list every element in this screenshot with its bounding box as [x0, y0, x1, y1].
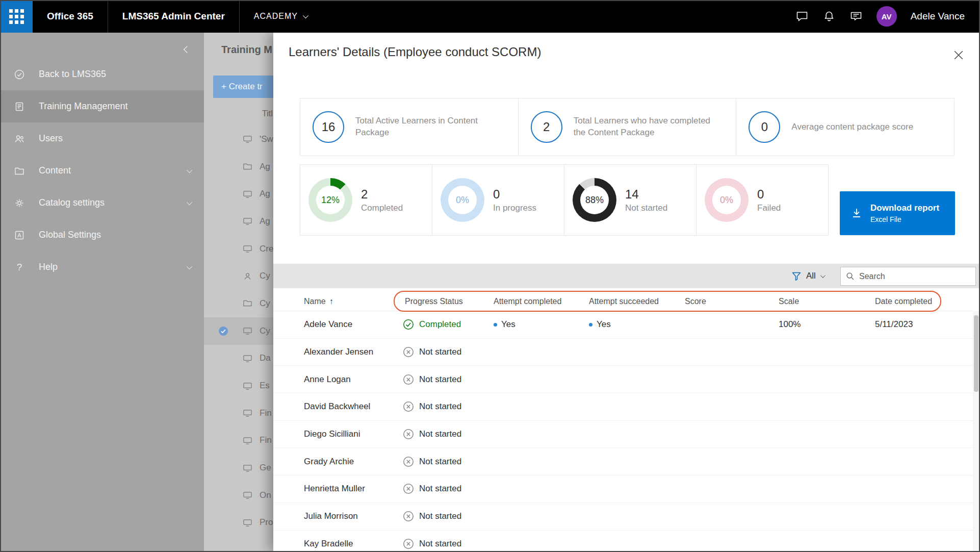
training-list-item[interactable]: Cre — [204, 235, 273, 263]
column-header-attempt-completed[interactable]: Attempt completed — [494, 297, 561, 306]
sidebar-item-back-to-lms365[interactable]: Back to LMS365 — [0, 58, 204, 90]
training-item-label: Ge — [260, 463, 271, 473]
avatar[interactable]: AV — [876, 6, 897, 27]
training-list-item[interactable]: Fin — [204, 399, 273, 427]
training-list-item[interactable]: Ag — [204, 208, 273, 235]
date-completed-value: 5/11/2023 — [875, 319, 913, 330]
training-list-item[interactable]: Ag — [204, 153, 273, 181]
user-name[interactable]: Adele Vance — [911, 11, 965, 22]
training-item-icon — [243, 216, 252, 226]
training-item-icon — [243, 298, 252, 308]
sidebar-item-help[interactable]: ? Help — [0, 251, 204, 283]
summary-value-circle: 2 — [531, 111, 562, 143]
learners-details-modal: Learners' Details (Employee conduct SCOR… — [273, 33, 980, 552]
tenant-dropdown[interactable]: ACADEMY — [240, 0, 321, 33]
table-row[interactable]: Kay Bradelle Not started — [273, 531, 973, 552]
filter-dropdown[interactable]: All — [791, 264, 824, 288]
download-report-button[interactable]: Download report Excel File — [840, 191, 955, 235]
training-list-item[interactable]: Da — [204, 345, 273, 372]
progress-status-cell: Not started — [403, 374, 461, 385]
close-icon[interactable] — [950, 47, 967, 63]
training-item-icon — [243, 381, 252, 391]
status-icon — [403, 319, 414, 330]
donut-percent: 88% — [573, 178, 616, 222]
table-row[interactable]: Anne Logan Not started — [273, 366, 973, 393]
scale-value: 100% — [779, 319, 801, 330]
donut-percent: 0% — [441, 178, 484, 222]
training-list-item[interactable]: Ag — [204, 180, 273, 208]
training-management-panel: Training M + Create tr Titl 'Sw Ag Ag Ag… — [204, 33, 273, 552]
summary-card-average-score: 0 Average content package score — [736, 98, 955, 156]
column-header-attempt-succeeded[interactable]: Attempt succeeded — [589, 297, 659, 306]
training-list-item[interactable]: On — [204, 482, 273, 509]
table-row[interactable]: Julia Morrison Not started — [273, 503, 973, 531]
notifications-bell-icon[interactable] — [822, 10, 836, 23]
create-training-button[interactable]: + Create tr — [213, 76, 273, 98]
table-row[interactable]: Diego Sicilliani Not started — [273, 421, 973, 448]
sidebar-item-training-management[interactable]: Training Management — [0, 90, 204, 122]
office-365-link[interactable]: Office 365 — [33, 0, 108, 33]
lms365-admin-center-link[interactable]: LMS365 Admin Center — [108, 0, 239, 33]
training-list-item[interactable]: Cy — [204, 317, 273, 345]
filter-funnel-icon — [791, 271, 802, 281]
tenant-label: ACADEMY — [254, 12, 298, 21]
chevron-down-icon — [187, 199, 192, 205]
panel-title: Training M — [221, 44, 272, 56]
column-header-progress-status[interactable]: Progress Status — [405, 297, 463, 306]
table-row[interactable]: Grady Archie Not started — [273, 448, 973, 475]
column-header-date-completed[interactable]: Date completed — [875, 297, 932, 306]
training-list: 'Sw Ag Ag Ag Cre Cy Cy Cy Da Es — [204, 126, 273, 536]
app-launcher-button[interactable] — [0, 0, 33, 33]
training-item-label: 'Sw — [260, 134, 273, 144]
training-item-label: Fin — [260, 408, 272, 418]
title-column-header[interactable]: Titl — [262, 109, 273, 118]
sidebar-item-label: Training Management — [39, 101, 127, 112]
sort-ascending-icon: ↑ — [329, 297, 333, 306]
attempt-succeeded-cell: Yes — [589, 319, 611, 330]
training-item-icon — [243, 436, 252, 445]
global-settings-icon: A — [13, 230, 25, 241]
bullet-dot-icon — [494, 323, 497, 327]
training-item-label: Es — [260, 381, 270, 391]
training-item-icon — [243, 326, 252, 336]
download-button-title: Download report — [870, 203, 939, 213]
training-list-item[interactable]: Ge — [204, 454, 273, 482]
table-row[interactable]: David Backwheel Not started — [273, 393, 973, 421]
table-row[interactable]: Adele Vance Completed Yes Yes 100% 5/11/… — [273, 311, 973, 339]
training-item-icon — [243, 271, 252, 281]
column-header-score[interactable]: Score — [685, 297, 706, 306]
sidebar-item-content[interactable]: Content — [0, 155, 204, 187]
summary-card-total-active: 16 Total Active Learners in Content Pack… — [300, 98, 519, 156]
training-list-item[interactable]: Fin — [204, 427, 273, 455]
column-header-name[interactable]: Name ↑ — [304, 297, 333, 306]
sidebar-item-users[interactable]: Users — [0, 122, 204, 155]
search-input[interactable] — [859, 272, 970, 281]
feedback-icon[interactable] — [849, 10, 863, 23]
sidebar-item-catalog-settings[interactable]: Catalog settings — [0, 187, 204, 219]
column-header-scale[interactable]: Scale — [779, 297, 799, 306]
scrollbar-track — [973, 311, 979, 551]
training-list-item[interactable]: Es — [204, 372, 273, 399]
training-item-icon — [243, 354, 252, 363]
donut-chart-not-started: 88% — [573, 178, 616, 222]
table-row[interactable]: Henrietta Muller Not started — [273, 475, 973, 503]
status-icon — [403, 511, 414, 522]
table-row[interactable]: Alexander Jensen Not started — [273, 339, 973, 366]
search-icon — [846, 272, 855, 281]
scrollbar-thumb[interactable] — [974, 315, 978, 392]
stat-card-completed: 12% 2Completed — [300, 164, 432, 236]
sidebar-item-global-settings[interactable]: A Global Settings — [0, 219, 204, 251]
progress-status-cell: Not started — [403, 538, 461, 549]
chat-icon[interactable] — [795, 10, 809, 23]
collapse-sidebar-button[interactable] — [183, 43, 192, 56]
office-365-label: Office 365 — [47, 11, 93, 22]
status-label: Completed — [419, 319, 461, 330]
training-list-item[interactable]: Pro — [204, 509, 273, 537]
training-list-item[interactable]: 'Sw — [204, 126, 273, 153]
training-list-item[interactable]: Cy — [204, 262, 273, 290]
status-icon — [403, 429, 414, 440]
training-item-icon — [243, 463, 252, 473]
training-list-item[interactable]: Cy — [204, 290, 273, 317]
stat-label: Failed — [757, 203, 781, 213]
stat-label: Completed — [361, 203, 403, 213]
